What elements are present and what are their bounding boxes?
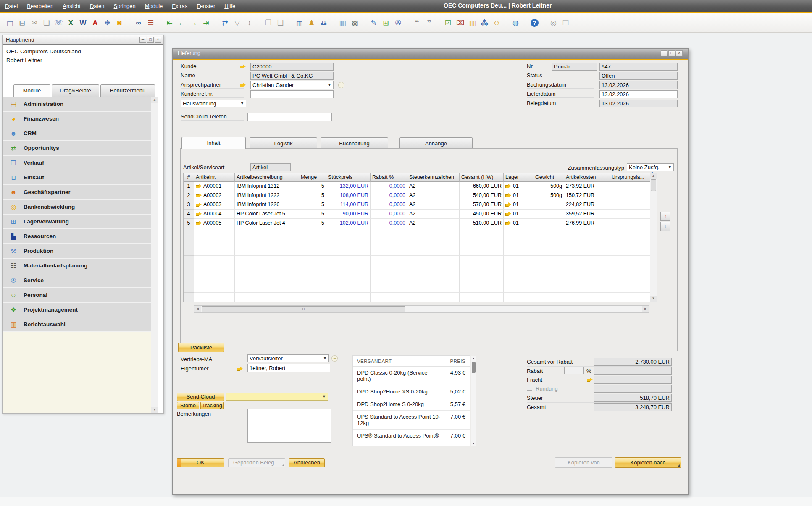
- waehrung-select[interactable]: Hauswährung ▼: [181, 100, 246, 107]
- cell-beschreibung[interactable]: HP Color Laser Jet 4: [235, 219, 299, 228]
- cell-beschreibung[interactable]: IBM Infoprint 1226: [235, 200, 299, 210]
- storno-button[interactable]: Storno: [177, 402, 199, 409]
- rabatt-percent-field[interactable]: [564, 367, 584, 374]
- cell-gewicht[interactable]: [533, 228, 564, 237]
- cell-num[interactable]: 5: [184, 219, 194, 228]
- cell-gesamt_hw[interactable]: [460, 237, 504, 246]
- cell-ursprungsland[interactable]: [610, 228, 650, 237]
- cell-beschreibung[interactable]: [235, 283, 299, 293]
- cell-rabatt[interactable]: 0,0000: [371, 191, 407, 200]
- cell-rabatt[interactable]: [371, 246, 407, 256]
- chart-icon[interactable]: ▥: [467, 17, 478, 29]
- cell-lager[interactable]: [504, 283, 533, 293]
- cell-gesamt_hw[interactable]: 510,00 EUR: [460, 219, 504, 228]
- cell-stueckpreis[interactable]: [326, 293, 371, 302]
- link-arrow-icon[interactable]: [587, 378, 593, 382]
- books-icon[interactable]: ❒: [560, 17, 571, 29]
- cell-menge[interactable]: [299, 228, 326, 237]
- cell-beschreibung[interactable]: [235, 256, 299, 265]
- cell-gewicht[interactable]: [533, 237, 564, 246]
- link-arrow-icon[interactable]: [196, 212, 202, 216]
- cell-menge[interactable]: [299, 293, 326, 302]
- link-arrow-icon[interactable]: [196, 202, 202, 207]
- link-arrow-icon[interactable]: [196, 221, 202, 225]
- cell-steuerkennzeichen[interactable]: [407, 256, 460, 265]
- sidebar-item-berichtauswahl[interactable]: ▥Berichtauswahl: [3, 317, 151, 332]
- sidebar-item-lagerverwaltung[interactable]: ⊞Lagerverwaltung: [3, 215, 151, 229]
- cell-menge[interactable]: 5: [299, 219, 326, 228]
- menu-item-module[interactable]: Module: [145, 3, 163, 9]
- minimize-icon[interactable]: ─: [661, 50, 667, 56]
- cell-artikelnr[interactable]: A00002: [194, 191, 235, 200]
- cell-ursprungsland[interactable]: [610, 283, 650, 293]
- cell-menge[interactable]: [299, 265, 326, 274]
- cell-lager[interactable]: [504, 293, 533, 302]
- tab-buchhaltung[interactable]: Buchhaltung: [321, 137, 388, 149]
- maximize-icon[interactable]: □: [668, 50, 675, 56]
- cell-artikelnr[interactable]: [194, 237, 235, 246]
- cell-stueckpreis[interactable]: 102,00 EUR: [326, 219, 371, 228]
- buchungsdatum-field[interactable]: 13.02.2026: [599, 81, 678, 89]
- print-icon[interactable]: ⊟: [16, 17, 28, 29]
- tab-inhalt[interactable]: Inhalt: [181, 137, 246, 149]
- cell-menge[interactable]: 5: [299, 182, 326, 191]
- payment-run-icon[interactable]: ♎: [318, 17, 329, 29]
- cell-beschreibung[interactable]: [235, 293, 299, 302]
- col-menge[interactable]: Menge: [299, 173, 326, 182]
- scroll-down-icon[interactable]: ▼: [151, 407, 158, 413]
- tab-anhaenge[interactable]: Anhänge: [399, 137, 473, 149]
- belegdatum-field[interactable]: 13.02.2026: [599, 100, 678, 107]
- col-artikelnr[interactable]: Artikelnr.: [194, 173, 235, 182]
- cell-num[interactable]: 4: [184, 210, 194, 219]
- cell-num[interactable]: [184, 274, 194, 283]
- grid-vertical-scrollbar[interactable]: ▲ ▼: [650, 173, 657, 302]
- cell-stueckpreis[interactable]: [326, 228, 371, 237]
- cell-ursprungsland[interactable]: [610, 237, 650, 246]
- cell-lager[interactable]: [504, 246, 533, 256]
- cell-gewicht[interactable]: 500g: [533, 191, 564, 200]
- cell-gewicht[interactable]: [533, 274, 564, 283]
- cell-ursprungsland[interactable]: [610, 265, 650, 274]
- cell-num[interactable]: 2: [184, 191, 194, 200]
- cell-steuerkennzeichen[interactable]: [407, 293, 460, 302]
- cell-rabatt[interactable]: [371, 293, 407, 302]
- cell-beschreibung[interactable]: [235, 237, 299, 246]
- maximize-icon[interactable]: □: [147, 37, 154, 43]
- calendar-icon[interactable]: ☑: [442, 17, 454, 29]
- tab-logistik[interactable]: Logistik: [250, 137, 317, 149]
- sidebar-item-produktion[interactable]: ⚒Produktion: [3, 244, 151, 259]
- col-rabatt[interactable]: Rabatt %: [371, 173, 407, 182]
- cell-steuerkennzeichen[interactable]: [407, 274, 460, 283]
- calculator-icon[interactable]: ▦: [294, 17, 305, 29]
- coins-icon[interactable]: ◎: [548, 17, 559, 29]
- cell-artikelkosten[interactable]: [564, 237, 610, 246]
- cell-ursprungsland[interactable]: [610, 246, 650, 256]
- cell-lager[interactable]: 01: [504, 219, 533, 228]
- cell-rabatt[interactable]: [371, 237, 407, 246]
- scroll-left-icon[interactable]: ◀: [194, 306, 201, 312]
- sidebar-item-materialbedarfsplanung[interactable]: ☷Materialbedarfsplanung: [3, 259, 151, 273]
- cell-gewicht[interactable]: [533, 256, 564, 265]
- copy-to-icon[interactable]: ❑: [275, 17, 286, 29]
- cell-num[interactable]: [184, 228, 194, 237]
- cell-gewicht[interactable]: [533, 265, 564, 274]
- cell-ursprungsland[interactable]: [610, 256, 650, 265]
- cell-artikelnr[interactable]: [194, 228, 235, 237]
- cell-artikelkosten[interactable]: [564, 265, 610, 274]
- cell-stueckpreis[interactable]: [326, 274, 371, 283]
- cell-rabatt[interactable]: [371, 228, 407, 237]
- scroll-right-icon[interactable]: ▶: [642, 306, 649, 312]
- link-arrow-icon[interactable]: [505, 221, 511, 225]
- kopieren-nach-button[interactable]: Kopieren nach: [615, 457, 681, 468]
- cell-menge[interactable]: 5: [299, 200, 326, 210]
- cell-gesamt_hw[interactable]: [460, 265, 504, 274]
- send-cloud-select[interactable]: ▼: [226, 393, 328, 401]
- cell-menge[interactable]: 5: [299, 191, 326, 200]
- send-cloud-button[interactable]: Send Cloud: [177, 393, 224, 401]
- edit-icon[interactable]: ✎: [368, 17, 379, 29]
- cell-steuerkennzeichen[interactable]: A2: [407, 210, 460, 219]
- scroll-thumb[interactable]: ∷: [202, 306, 405, 312]
- sidebar-item-finanzwesen[interactable]: ◕Finanzwesen: [3, 112, 151, 126]
- link-arrow-icon[interactable]: [240, 83, 246, 87]
- versandart-row[interactable]: UPS® Standard to Access Point®7,00 €: [353, 430, 470, 442]
